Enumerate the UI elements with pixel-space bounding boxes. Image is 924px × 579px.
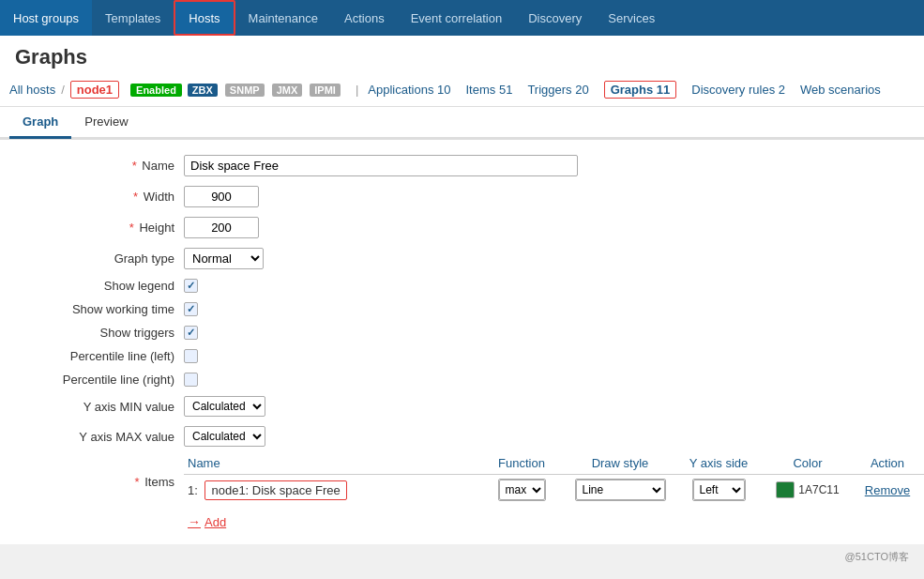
add-link[interactable]: → Add bbox=[188, 514, 226, 529]
badge-jmx: JMX bbox=[272, 84, 303, 97]
watermark: @51CTO博客 bbox=[0, 544, 924, 570]
yaxis-min-label: Y axis MIN value bbox=[15, 400, 184, 414]
items-section: * Items Name Function Draw style Y axis … bbox=[0, 456, 924, 529]
nav-event-correlation[interactable]: Event correlation bbox=[398, 0, 516, 36]
tab-items[interactable]: Items 51 bbox=[465, 83, 512, 97]
show-legend-label: Show legend bbox=[15, 279, 184, 293]
table-row: 1: node1: Disk space Free min avg max al… bbox=[184, 479, 924, 501]
percentile-right-row: Percentile line (right) bbox=[0, 373, 924, 387]
content-tabs: Graph Preview bbox=[0, 107, 924, 139]
graph-form: * Name * Width * Height Graph type Norma… bbox=[0, 139, 924, 544]
graph-type-select[interactable]: Normal Stacked Pie Exploded bbox=[184, 248, 264, 269]
yaxis-max-label: Y axis MAX value bbox=[15, 430, 184, 444]
percentile-left-row: Percentile line (left) bbox=[0, 349, 924, 363]
nav-discovery[interactable]: Discovery bbox=[515, 0, 595, 36]
item-name-cell: 1: node1: Disk space Free bbox=[184, 480, 475, 500]
nav-templates[interactable]: Templates bbox=[92, 0, 174, 36]
percentile-left-checkbox[interactable] bbox=[184, 349, 198, 363]
drawstyle-select-wrap: Line Filled region Bold line Dot Dashed … bbox=[575, 479, 666, 501]
nav-host-groups[interactable]: Host groups bbox=[0, 0, 92, 36]
items-header: * Items Name Function Draw style Y axis … bbox=[15, 456, 909, 507]
show-legend-row: Show legend bbox=[0, 279, 924, 293]
tab-web-scenarios[interactable]: Web scenarios bbox=[800, 83, 881, 97]
items-table: Name Function Draw style Y axis side Col… bbox=[184, 456, 924, 507]
name-required: * bbox=[132, 159, 137, 173]
function-select-wrap: min avg max all last bbox=[498, 479, 546, 501]
show-triggers-label: Show triggers bbox=[15, 326, 184, 340]
remove-button[interactable]: Remove bbox=[865, 483, 910, 497]
item-num: 1: bbox=[188, 483, 198, 497]
items-label: * Items bbox=[15, 475, 184, 489]
top-navigation: Host groups Templates Hosts Maintenance … bbox=[0, 0, 924, 36]
show-triggers-row: Show triggers bbox=[0, 326, 924, 340]
tab-applications[interactable]: Applications 10 bbox=[368, 83, 450, 97]
yaxis-select-wrap: Left Right bbox=[692, 479, 746, 501]
width-input[interactable] bbox=[184, 186, 259, 207]
width-row: * Width bbox=[0, 186, 924, 207]
nav-actions[interactable]: Actions bbox=[331, 0, 398, 36]
current-host[interactable]: node1 bbox=[70, 81, 119, 99]
height-label: * Height bbox=[15, 221, 184, 235]
show-triggers-checkbox[interactable] bbox=[184, 326, 198, 340]
yaxis-side-select[interactable]: Left Right bbox=[693, 480, 745, 500]
tab-triggers[interactable]: Triggers 20 bbox=[527, 83, 588, 97]
graph-type-row: Graph type Normal Stacked Pie Exploded bbox=[0, 248, 924, 269]
percentile-left-label: Percentile line (left) bbox=[15, 349, 184, 363]
function-select[interactable]: min avg max all last bbox=[499, 480, 545, 500]
tab-discovery-rules[interactable]: Discovery rules 2 bbox=[691, 83, 785, 97]
name-row: * Name bbox=[0, 155, 924, 176]
col-action-header: Action bbox=[850, 456, 924, 470]
name-label: * Name bbox=[15, 159, 184, 173]
page-title: Graphs bbox=[0, 36, 924, 73]
nav-hosts[interactable]: Hosts bbox=[174, 0, 235, 36]
show-working-time-label: Show working time bbox=[15, 302, 184, 316]
yaxis-max-row: Y axis MAX value Calculated Fixed Item bbox=[0, 426, 924, 447]
percentile-right-checkbox[interactable] bbox=[184, 373, 198, 387]
item-drawstyle-cell: Line Filled region Bold line Dot Dashed … bbox=[568, 479, 672, 501]
item-action-cell: Remove bbox=[850, 483, 924, 497]
yaxis-min-select[interactable]: Calculated Fixed Item bbox=[185, 397, 265, 416]
all-hosts-link[interactable]: All hosts bbox=[9, 83, 55, 97]
nav-maintenance[interactable]: Maintenance bbox=[235, 0, 331, 36]
add-arrow-icon: → bbox=[188, 514, 201, 529]
host-bar: All hosts / node1 Enabled ZBX SNMP JMX I… bbox=[0, 73, 924, 107]
items-col-headers: Name Function Draw style Y axis side Col… bbox=[184, 456, 924, 475]
height-input[interactable] bbox=[184, 217, 259, 238]
separator: | bbox=[356, 83, 358, 97]
height-row: * Height bbox=[0, 217, 924, 238]
col-drawstyle-header: Draw style bbox=[568, 456, 672, 470]
badge-zbx: ZBX bbox=[188, 84, 218, 97]
col-name-header: Name bbox=[184, 456, 475, 470]
name-input[interactable] bbox=[184, 155, 578, 176]
badge-snmp: SNMP bbox=[225, 84, 265, 97]
yaxis-max-select[interactable]: Calculated Fixed Item bbox=[185, 427, 265, 446]
badge-ipmi: IPMI bbox=[310, 84, 341, 97]
item-yaxis-cell: Left Right bbox=[672, 479, 765, 501]
show-working-time-row: Show working time bbox=[0, 302, 924, 316]
graph-type-label: Graph type bbox=[15, 251, 184, 266]
color-value[interactable]: 1A7C11 bbox=[798, 483, 839, 496]
drawstyle-select[interactable]: Line Filled region Bold line Dot Dashed … bbox=[576, 480, 665, 500]
col-function-header: Function bbox=[475, 456, 568, 470]
col-color-header: Color bbox=[765, 456, 850, 470]
yaxis-max-select-wrap: Calculated Fixed Item bbox=[184, 426, 265, 447]
tab-graphs[interactable]: Graphs 11 bbox=[604, 81, 677, 99]
yaxis-min-select-wrap: Calculated Fixed Item bbox=[184, 396, 265, 417]
percentile-right-label: Percentile line (right) bbox=[15, 373, 184, 387]
breadcrumb-separator: / bbox=[61, 83, 65, 97]
width-label: * Width bbox=[15, 190, 184, 204]
yaxis-min-row: Y axis MIN value Calculated Fixed Item bbox=[0, 396, 924, 417]
item-color-cell: 1A7C11 bbox=[765, 481, 850, 498]
tab-preview[interactable]: Preview bbox=[71, 107, 141, 139]
enabled-badge: Enabled bbox=[130, 84, 182, 97]
item-function-cell: min avg max all last bbox=[475, 479, 568, 501]
col-yaxis-header: Y axis side bbox=[672, 456, 765, 470]
show-working-time-checkbox[interactable] bbox=[184, 302, 198, 316]
item-name-value[interactable]: node1: Disk space Free bbox=[204, 480, 346, 500]
color-swatch[interactable] bbox=[776, 481, 795, 498]
show-legend-checkbox[interactable] bbox=[184, 279, 198, 293]
add-link-row: → Add bbox=[15, 510, 909, 529]
nav-services[interactable]: Services bbox=[595, 0, 668, 36]
tab-graph[interactable]: Graph bbox=[9, 107, 71, 139]
